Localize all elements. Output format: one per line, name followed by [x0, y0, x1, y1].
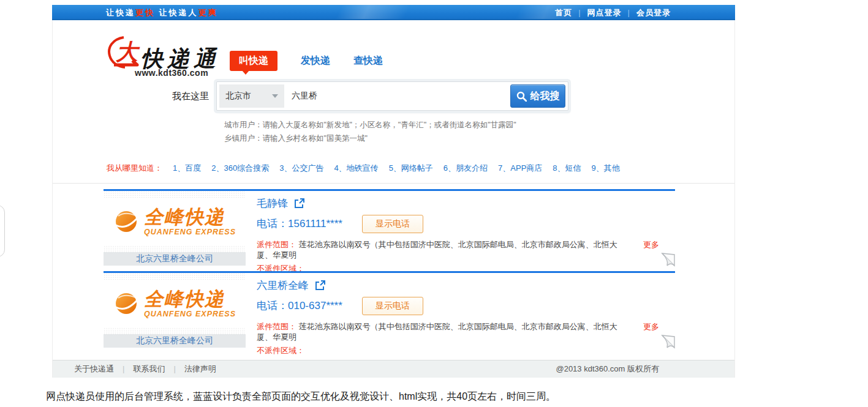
- header-row: 大 快递通 www.kdt360.com 叫快递 发快递 查快递: [53, 20, 734, 77]
- site-slogan: 让快递更快 让快递人更爽: [106, 7, 218, 18]
- separator: |: [628, 8, 630, 17]
- referral-option-baidu[interactable]: 1、百度: [173, 163, 201, 173]
- external-link-icon[interactable]: [294, 198, 305, 209]
- delivery-range-row: 派件范围： 莲花池东路以南双号（其中包括国济中医院、北京国际邮电局、北京市邮政局…: [257, 321, 675, 343]
- city-select-value: 北京市: [225, 91, 251, 102]
- referral-option-360[interactable]: 2、360综合搜索: [211, 163, 269, 173]
- show-phone-button[interactable]: 显示电话: [362, 215, 423, 233]
- company-logo-column: 全峰快递 QUANFENG EXPRESS 北京六里桥全峰公司: [104, 273, 246, 348]
- page-fold-icon: [661, 334, 676, 349]
- page-fold-icon: [661, 252, 676, 267]
- company-name: 北京六里桥全峰公司: [104, 334, 246, 348]
- result-card: 全峰快递 QUANFENG EXPRESS 北京六里桥全峰公司 毛静锋: [104, 189, 675, 266]
- referral-option-bus-ad[interactable]: 3、公交广告: [279, 163, 323, 173]
- footer-legal-link[interactable]: 法律声明: [184, 364, 216, 375]
- search-input[interactable]: [284, 84, 510, 108]
- search-button[interactable]: 给我搜: [510, 84, 565, 108]
- search-icon: [516, 91, 527, 102]
- globe-icon: [113, 209, 140, 234]
- phone-label: 电话：: [257, 217, 288, 231]
- logo-mark-icon: 大: [107, 35, 143, 69]
- logo-name: 快递通: [141, 47, 220, 69]
- hint-city-users: 城市用户：请输入大厦名称如"新发地"；小区名称，"青年汇"；或者街道名称如"甘露…: [224, 119, 734, 132]
- description-caption: 网点快递员使用的后台管理系统，蓝蓝设计负责全部页面的交互优化及视觉设计、html…: [46, 390, 556, 403]
- separator: |: [173, 364, 175, 373]
- tab-send-package[interactable]: 发快递: [301, 54, 330, 67]
- footer-links: 关于快递通 | 联系我们 | 法律声明: [74, 364, 216, 375]
- city-select[interactable]: 北京市: [219, 84, 284, 108]
- home-link[interactable]: 首页: [555, 7, 572, 18]
- delivery-range-label: 派件范围：: [257, 240, 296, 249]
- slogan-highlight: 更爽: [198, 8, 218, 17]
- company-logo-cn: 全峰快递: [144, 289, 236, 308]
- referral-option-subway[interactable]: 4、地铁宣传: [334, 163, 378, 173]
- search-box: 北京市 给我搜: [216, 81, 568, 111]
- location-label: 我在这里: [172, 91, 210, 102]
- logo-top: 大 快递通: [107, 35, 220, 69]
- tab-call-courier[interactable]: 叫快递: [230, 51, 277, 71]
- referral-option-friend[interactable]: 6、朋友介绍: [443, 163, 488, 173]
- footer-about-link[interactable]: 关于快递通: [74, 364, 114, 375]
- footer-contact-link[interactable]: 联系我们: [133, 364, 165, 375]
- courier-name-link[interactable]: 毛静锋: [257, 196, 288, 211]
- referral-row: 我从哪里知道：1、百度2、360综合搜索3、公交广告4、地铁宣传5、网络帖子6、…: [53, 163, 734, 184]
- phone-value: 1561111****: [288, 218, 342, 230]
- slogan-highlight: 更快: [135, 8, 155, 17]
- topbar: 让快递更快 让快递人更爽 首页 | 网点登录 | 会员登录: [52, 5, 735, 20]
- delivery-range-text: 莲花池东路以南双号（其中包括国济中医院、北京国际邮电局、北京市邮政局公寓、北恒大…: [257, 322, 617, 342]
- external-link-icon[interactable]: [315, 280, 326, 291]
- result-card: 全峰快递 QUANFENG EXPRESS 北京六里桥全峰公司 六里桥全峰: [104, 271, 675, 348]
- member-login-link[interactable]: 会员登录: [636, 7, 671, 18]
- more-link[interactable]: 更多: [643, 321, 659, 332]
- phone-label: 电话：: [257, 299, 288, 313]
- delivery-range-row: 派件范围： 莲花池东路以南双号（其中包括国济中医院、北京国际邮电局、北京市邮政局…: [257, 239, 675, 261]
- more-link[interactable]: 更多: [643, 239, 659, 250]
- hint-town-users: 乡镇用户：请输入乡村名称如"国美第一城": [224, 132, 734, 146]
- show-phone-button[interactable]: 显示电话: [362, 297, 423, 315]
- referral-option-app-store[interactable]: 7、APP商店: [498, 163, 542, 173]
- results-list: 全峰快递 QUANFENG EXPRESS 北京六里桥全峰公司 毛静锋: [53, 184, 734, 348]
- separator: |: [123, 364, 124, 373]
- site-page: 让快递更快 让快递人更爽 首页 | 网点登录 | 会员登录 大 快递通: [52, 5, 735, 378]
- logo-url: www.kdt360.com: [135, 68, 220, 78]
- branch-login-link[interactable]: 网点登录: [587, 7, 622, 18]
- courier-name-link[interactable]: 六里桥全峰: [257, 278, 309, 293]
- referral-option-sms[interactable]: 8、短信: [553, 163, 581, 173]
- company-name: 北京六里桥全峰公司: [104, 252, 246, 266]
- result-content: 六里桥全峰 电话： 010-637**** 显示电话: [246, 273, 675, 348]
- search-button-label: 给我搜: [530, 90, 560, 103]
- company-logo: 全峰快递 QUANFENG EXPRESS: [104, 191, 246, 252]
- delivery-range-text: 莲花池东路以南双号（其中包括国济中医院、北京国际邮电局、北京市邮政局公寓、北恒大…: [257, 240, 617, 260]
- slogan-text: 让快递人: [155, 8, 198, 17]
- company-logo-en: QUANFENG EXPRESS: [144, 310, 236, 318]
- slogan-text: 让快递: [106, 8, 135, 17]
- company-logo: 全峰快递 QUANFENG EXPRESS: [104, 273, 246, 334]
- separator: |: [578, 8, 581, 17]
- chevron-down-icon: [272, 94, 278, 98]
- search-row: 我在这里 北京市 给我搜: [53, 81, 734, 111]
- company-logo-text: 全峰快递 QUANFENG EXPRESS: [144, 207, 236, 236]
- no-delivery-label: 不派件区域：: [257, 345, 675, 356]
- search-hints: 城市用户：请输入大厦名称如"新发地"；小区名称，"青年汇"；或者街道名称如"甘露…: [53, 119, 734, 146]
- referral-option-forum[interactable]: 5、网络帖子: [389, 163, 433, 173]
- phone-value: 010-637****: [288, 300, 342, 312]
- company-logo-cn: 全峰快递: [144, 207, 236, 226]
- main-tabs: 叫快递 发快递 查快递: [230, 51, 383, 71]
- edge-widget-artifact: [0, 205, 5, 257]
- company-logo-en: QUANFENG EXPRESS: [144, 228, 236, 236]
- copyright-text: @2013 kdt360.com 版权所有: [556, 364, 659, 375]
- referral-option-other[interactable]: 9、其他: [592, 163, 620, 173]
- topbar-links: 首页 | 网点登录 | 会员登录: [555, 7, 671, 18]
- globe-icon: [113, 291, 140, 316]
- site-logo[interactable]: 大 快递通 www.kdt360.com: [107, 35, 220, 78]
- delivery-range-label: 派件范围：: [257, 322, 296, 331]
- page-footer: 关于快递通 | 联系我们 | 法律声明 @2013 kdt360.com 版权所…: [53, 360, 734, 378]
- company-logo-column: 全峰快递 QUANFENG EXPRESS 北京六里桥全峰公司: [104, 191, 246, 266]
- page-body: 大 快递通 www.kdt360.com 叫快递 发快递 查快递 我在这里 北京…: [52, 20, 735, 378]
- company-logo-text: 全峰快递 QUANFENG EXPRESS: [144, 289, 236, 318]
- result-content: 毛静锋 电话： 1561111**** 显示电话: [246, 191, 675, 266]
- referral-label: 我从哪里知道：: [107, 163, 162, 173]
- tab-track-package[interactable]: 查快递: [353, 54, 383, 67]
- svg-text:大: 大: [116, 39, 140, 64]
